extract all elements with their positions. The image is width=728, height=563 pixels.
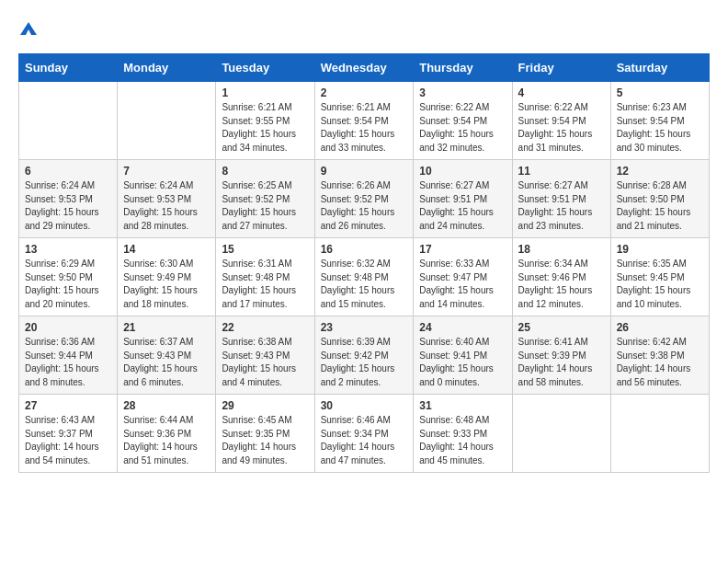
- day-info: Sunrise: 6:21 AMSunset: 9:54 PMDaylight:…: [321, 101, 408, 155]
- calendar-cell: 7Sunrise: 6:24 AMSunset: 9:53 PMDaylight…: [118, 160, 216, 238]
- calendar-cell: 24Sunrise: 6:40 AMSunset: 9:41 PMDayligh…: [414, 316, 512, 395]
- day-info: Sunrise: 6:30 AMSunset: 9:49 PMDaylight:…: [123, 258, 210, 311]
- day-info: Sunrise: 6:27 AMSunset: 9:51 PMDaylight:…: [518, 179, 605, 233]
- calendar-cell: 16Sunrise: 6:32 AMSunset: 9:48 PMDayligh…: [314, 238, 414, 316]
- day-info: Sunrise: 6:32 AMSunset: 9:48 PMDaylight:…: [321, 258, 408, 311]
- calendar-week-row: 6Sunrise: 6:24 AMSunset: 9:53 PMDaylight…: [19, 160, 710, 238]
- day-of-week-header: Sunday: [19, 54, 118, 82]
- day-info: Sunrise: 6:26 AMSunset: 9:52 PMDaylight:…: [321, 179, 408, 233]
- calendar-cell: 27Sunrise: 6:43 AMSunset: 9:37 PMDayligh…: [19, 395, 118, 473]
- day-number: 4: [518, 86, 605, 99]
- day-info: Sunrise: 6:39 AMSunset: 9:42 PMDaylight:…: [321, 336, 408, 389]
- day-number: 8: [222, 165, 308, 178]
- day-info: Sunrise: 6:38 AMSunset: 9:43 PMDaylight:…: [222, 336, 308, 389]
- day-number: 28: [123, 399, 210, 412]
- day-number: 11: [518, 165, 605, 178]
- calendar-cell: 10Sunrise: 6:27 AMSunset: 9:51 PMDayligh…: [414, 160, 512, 238]
- calendar-cell: 3Sunrise: 6:22 AMSunset: 9:54 PMDaylight…: [414, 82, 512, 160]
- day-number: 23: [321, 321, 408, 334]
- day-info: Sunrise: 6:37 AMSunset: 9:43 PMDaylight:…: [123, 336, 210, 389]
- day-number: 14: [123, 243, 210, 256]
- day-number: 17: [419, 243, 506, 256]
- calendar-cell: 20Sunrise: 6:36 AMSunset: 9:44 PMDayligh…: [19, 316, 118, 395]
- calendar-cell: 5Sunrise: 6:23 AMSunset: 9:54 PMDaylight…: [610, 82, 709, 160]
- day-info: Sunrise: 6:22 AMSunset: 9:54 PMDaylight:…: [518, 101, 605, 155]
- calendar-cell: 8Sunrise: 6:25 AMSunset: 9:52 PMDaylight…: [216, 160, 314, 238]
- day-number: 18: [518, 243, 605, 256]
- calendar-cell: 28Sunrise: 6:44 AMSunset: 9:36 PMDayligh…: [118, 395, 216, 473]
- day-info: Sunrise: 6:29 AMSunset: 9:50 PMDaylight:…: [25, 258, 111, 311]
- day-of-week-header: Wednesday: [314, 54, 414, 82]
- day-number: 2: [321, 86, 408, 99]
- day-info: Sunrise: 6:21 AMSunset: 9:55 PMDaylight:…: [222, 101, 308, 155]
- day-info: Sunrise: 6:42 AMSunset: 9:38 PMDaylight:…: [617, 336, 703, 389]
- day-info: Sunrise: 6:40 AMSunset: 9:41 PMDaylight:…: [419, 336, 506, 389]
- day-info: Sunrise: 6:25 AMSunset: 9:52 PMDaylight:…: [222, 179, 308, 233]
- calendar-header-row: SundayMondayTuesdayWednesdayThursdayFrid…: [19, 54, 710, 82]
- day-info: Sunrise: 6:23 AMSunset: 9:54 PMDaylight:…: [617, 101, 703, 155]
- calendar-cell: 29Sunrise: 6:45 AMSunset: 9:35 PMDayligh…: [216, 395, 314, 473]
- calendar-week-row: 1Sunrise: 6:21 AMSunset: 9:55 PMDaylight…: [19, 82, 710, 160]
- calendar-week-row: 27Sunrise: 6:43 AMSunset: 9:37 PMDayligh…: [19, 395, 710, 473]
- day-number: 19: [617, 243, 703, 256]
- day-number: 7: [123, 165, 210, 178]
- calendar-cell: 31Sunrise: 6:48 AMSunset: 9:33 PMDayligh…: [414, 395, 512, 473]
- calendar-week-row: 13Sunrise: 6:29 AMSunset: 9:50 PMDayligh…: [19, 238, 710, 316]
- calendar-cell: 23Sunrise: 6:39 AMSunset: 9:42 PMDayligh…: [314, 316, 414, 395]
- calendar-cell: 21Sunrise: 6:37 AMSunset: 9:43 PMDayligh…: [118, 316, 216, 395]
- calendar-cell: 30Sunrise: 6:46 AMSunset: 9:34 PMDayligh…: [314, 395, 414, 473]
- day-number: 21: [123, 321, 210, 334]
- day-info: Sunrise: 6:35 AMSunset: 9:45 PMDaylight:…: [617, 258, 703, 311]
- calendar-cell: 17Sunrise: 6:33 AMSunset: 9:47 PMDayligh…: [414, 238, 512, 316]
- day-info: Sunrise: 6:24 AMSunset: 9:53 PMDaylight:…: [123, 179, 210, 233]
- calendar-cell: [610, 395, 709, 473]
- day-of-week-header: Thursday: [414, 54, 512, 82]
- day-info: Sunrise: 6:31 AMSunset: 9:48 PMDaylight:…: [222, 258, 308, 311]
- day-of-week-header: Friday: [512, 54, 610, 82]
- day-info: Sunrise: 6:22 AMSunset: 9:54 PMDaylight:…: [419, 101, 506, 155]
- page-header: [18, 18, 710, 39]
- calendar-cell: 12Sunrise: 6:28 AMSunset: 9:50 PMDayligh…: [610, 160, 709, 238]
- calendar-cell: 13Sunrise: 6:29 AMSunset: 9:50 PMDayligh…: [19, 238, 118, 316]
- day-number: 22: [222, 321, 308, 334]
- day-info: Sunrise: 6:24 AMSunset: 9:53 PMDaylight:…: [25, 179, 111, 233]
- day-info: Sunrise: 6:27 AMSunset: 9:51 PMDaylight:…: [419, 179, 506, 233]
- calendar-cell: 18Sunrise: 6:34 AMSunset: 9:46 PMDayligh…: [512, 238, 610, 316]
- calendar-cell: 14Sunrise: 6:30 AMSunset: 9:49 PMDayligh…: [118, 238, 216, 316]
- day-number: 6: [25, 165, 111, 178]
- day-info: Sunrise: 6:41 AMSunset: 9:39 PMDaylight:…: [518, 336, 605, 389]
- calendar-cell: 22Sunrise: 6:38 AMSunset: 9:43 PMDayligh…: [216, 316, 314, 395]
- day-info: Sunrise: 6:44 AMSunset: 9:36 PMDaylight:…: [123, 414, 210, 467]
- logo-icon: [18, 18, 39, 39]
- calendar-table: SundayMondayTuesdayWednesdayThursdayFrid…: [18, 53, 710, 473]
- day-number: 29: [222, 399, 308, 412]
- calendar-cell: 25Sunrise: 6:41 AMSunset: 9:39 PMDayligh…: [512, 316, 610, 395]
- calendar-cell: 11Sunrise: 6:27 AMSunset: 9:51 PMDayligh…: [512, 160, 610, 238]
- day-info: Sunrise: 6:46 AMSunset: 9:34 PMDaylight:…: [321, 414, 408, 467]
- day-number: 24: [419, 321, 506, 334]
- calendar-cell: [512, 395, 610, 473]
- calendar-cell: 1Sunrise: 6:21 AMSunset: 9:55 PMDaylight…: [216, 82, 314, 160]
- day-number: 13: [25, 243, 111, 256]
- day-number: 30: [321, 399, 408, 412]
- calendar-cell: 26Sunrise: 6:42 AMSunset: 9:38 PMDayligh…: [610, 316, 709, 395]
- day-of-week-header: Saturday: [610, 54, 709, 82]
- day-number: 26: [617, 321, 703, 334]
- day-number: 1: [222, 86, 308, 99]
- day-number: 9: [321, 165, 408, 178]
- calendar-cell: 6Sunrise: 6:24 AMSunset: 9:53 PMDaylight…: [19, 160, 118, 238]
- day-info: Sunrise: 6:36 AMSunset: 9:44 PMDaylight:…: [25, 336, 111, 389]
- day-number: 27: [25, 399, 111, 412]
- calendar-cell: 15Sunrise: 6:31 AMSunset: 9:48 PMDayligh…: [216, 238, 314, 316]
- day-number: 5: [617, 86, 703, 99]
- calendar-week-row: 20Sunrise: 6:36 AMSunset: 9:44 PMDayligh…: [19, 316, 710, 395]
- calendar-cell: 2Sunrise: 6:21 AMSunset: 9:54 PMDaylight…: [314, 82, 414, 160]
- day-number: 25: [518, 321, 605, 334]
- calendar-cell: [118, 82, 216, 160]
- calendar-cell: [19, 82, 118, 160]
- day-of-week-header: Monday: [118, 54, 216, 82]
- day-number: 10: [419, 165, 506, 178]
- calendar-cell: 4Sunrise: 6:22 AMSunset: 9:54 PMDaylight…: [512, 82, 610, 160]
- day-number: 12: [617, 165, 703, 178]
- day-info: Sunrise: 6:43 AMSunset: 9:37 PMDaylight:…: [25, 414, 111, 467]
